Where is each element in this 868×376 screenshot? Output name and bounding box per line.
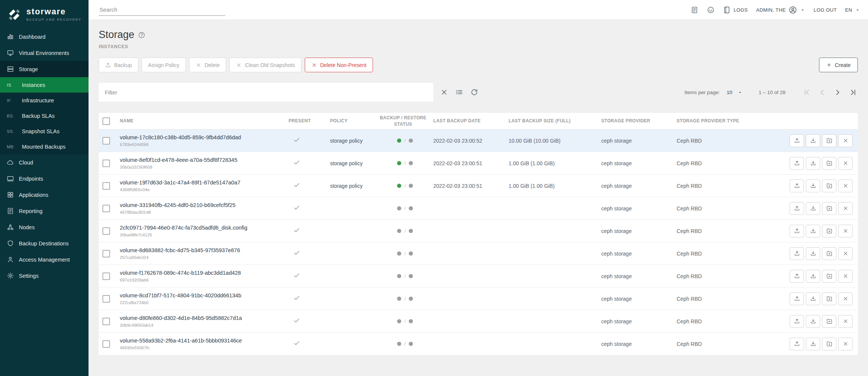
storware-logo[interactable]: storware BACKUP AND RECOVERY [0,0,89,29]
row-checkbox[interactable] [102,272,110,280]
policy-link[interactable]: storage policy [330,183,362,189]
feedback-smiley-icon[interactable] [707,6,715,14]
instance-name-link[interactable]: volume-8ef0f1cd-e478-4eee-a70a-55df8f728… [120,157,289,163]
delete-action-button[interactable] [838,247,853,260]
sidebar-item-reporting[interactable]: Reporting [0,203,89,219]
delete-action-button[interactable] [838,202,853,215]
restore-action-button[interactable] [806,338,820,350]
delete-action-button[interactable] [838,225,853,237]
sidebar-item-cloud[interactable]: Cloud [0,154,89,170]
sidebar-item-applications[interactable]: Applications [0,187,89,203]
sidebar-item-endpoints[interactable]: Endpoints [0,170,89,187]
mount-action-button[interactable] [822,292,836,305]
restore-action-button[interactable] [806,134,820,147]
restore-action-button[interactable] [806,202,820,215]
instance-name-link[interactable]: volume-331940fb-4245-4df0-b210-b69cefcf5… [120,202,289,209]
user-menu[interactable]: ADMIN, THE [756,6,805,14]
logs-button[interactable]: LOGS [723,6,748,14]
mount-action-button[interactable] [822,157,836,170]
sidebar-item-access-management[interactable]: Access Management [0,251,89,268]
columns-icon[interactable] [455,88,463,96]
mount-action-button[interactable] [822,225,836,237]
instance-name-link[interactable]: volume-8d683882-fcbc-4d75-b345-97f35937e… [120,247,289,254]
backup-action-button[interactable] [790,202,804,215]
last-page-button[interactable] [848,88,858,97]
instance-name-link[interactable]: 2cfc0971-7994-46e0-874c-fa73cd5adfd6_dis… [120,225,289,231]
restore-action-button[interactable] [806,270,820,283]
mount-action-button[interactable] [822,134,836,147]
create-button[interactable]: Create [819,58,858,72]
sidebar-item-infrastructure[interactable]: IF Infrastructure [0,93,89,108]
backup-action-button[interactable] [790,225,804,237]
instance-name-link[interactable]: volume-d80fe860-d302-4d1e-84b5-95d5882c7… [120,315,289,321]
backup-action-button[interactable] [790,247,804,260]
filter-input[interactable] [105,89,427,96]
refresh-icon[interactable] [470,88,478,96]
help-icon[interactable] [138,31,145,39]
row-checkbox[interactable] [102,160,110,167]
row-checkbox[interactable] [102,340,110,348]
row-checkbox[interactable] [102,227,110,235]
backup-action-button[interactable] [790,134,804,147]
policy-link[interactable]: storage policy [330,160,362,166]
delete-action-button[interactable] [838,315,853,328]
tasks-icon[interactable] [691,6,698,14]
backup-action-button[interactable] [790,157,804,170]
backup-action-button[interactable] [790,270,804,283]
sidebar-item-settings[interactable]: Settings [0,268,89,284]
items-per-page-select[interactable]: 10 [727,90,743,95]
row-checkbox[interactable] [102,205,110,212]
restore-action-button[interactable] [806,247,820,260]
search-input[interactable] [99,4,225,16]
sidebar-item-nodes[interactable]: Nodes [0,219,89,235]
backup-action-button[interactable] [790,338,804,350]
mount-action-button[interactable] [822,202,836,215]
sidebar-item-dashboard[interactable]: Dashboard [0,29,89,45]
row-checkbox[interactable] [102,182,110,190]
instance-name-link[interactable]: volume-17c8c180-c38b-40d5-859c-9fb4dd7d6… [120,134,289,141]
previous-page-button[interactable] [818,88,827,97]
delete-action-button[interactable] [838,270,853,283]
delete-non-present-button[interactable]: Delete Non-Present [305,58,373,72]
backup-action-button[interactable] [790,180,804,192]
restore-action-button[interactable] [806,157,820,170]
policy-link[interactable]: storage policy [330,138,362,144]
sidebar-item-instances[interactable]: IS Instances [0,77,89,93]
delete-action-button[interactable] [838,157,853,170]
backup-action-button[interactable] [790,292,804,305]
delete-action-button[interactable] [838,134,853,147]
row-checkbox[interactable] [102,250,110,257]
instance-name-link[interactable]: volume-19f7d63d-3a1c-47a4-89f1-87de5147a… [120,180,289,186]
first-page-button[interactable] [802,88,811,97]
mount-action-button[interactable] [822,315,836,328]
row-checkbox[interactable] [102,318,110,325]
restore-action-button[interactable] [806,225,820,237]
row-checkbox[interactable] [102,137,110,145]
logout-button[interactable]: LOG OUT [814,7,837,13]
select-all-checkbox[interactable] [102,117,110,125]
mount-action-button[interactable] [822,180,836,192]
next-page-button[interactable] [833,88,842,97]
language-menu[interactable]: EN [845,7,860,13]
mount-action-button[interactable] [822,270,836,283]
delete-action-button[interactable] [838,292,853,305]
sidebar-item-virtual-environments[interactable]: Virtual Environments [0,45,89,61]
instance-name-link[interactable]: volume-f1762678-089c-474c-b119-abc3dd1ad… [120,270,289,276]
mount-action-button[interactable] [822,247,836,260]
instance-name-link[interactable]: volume-8cd71bf7-517c-4804-91bc-4020dd661… [120,292,289,299]
delete-action-button[interactable] [838,180,853,192]
sidebar-item-backup-destinations[interactable]: Backup Destinations [0,235,89,251]
sidebar-item-mounted-backups[interactable]: MB Mounted Backups [0,139,89,154]
backup-action-button[interactable] [790,315,804,328]
restore-action-button[interactable] [806,180,820,192]
sidebar-item-backup-slas[interactable]: BS Backup SLAs [0,108,89,123]
delete-action-button[interactable] [838,338,853,350]
restore-action-button[interactable] [806,292,820,305]
restore-action-button[interactable] [806,315,820,328]
clear-filter-icon[interactable] [440,88,448,96]
sidebar-item-snapshot-slas[interactable]: SS Snapshot SLAs [0,123,89,139]
instance-name-link[interactable]: volume-558a93b2-2f6a-4141-a61b-5bbb09314… [120,338,289,344]
sidebar-item-storage[interactable]: Storage [0,61,89,77]
mount-action-button[interactable] [822,338,836,350]
row-checkbox[interactable] [102,295,110,303]
